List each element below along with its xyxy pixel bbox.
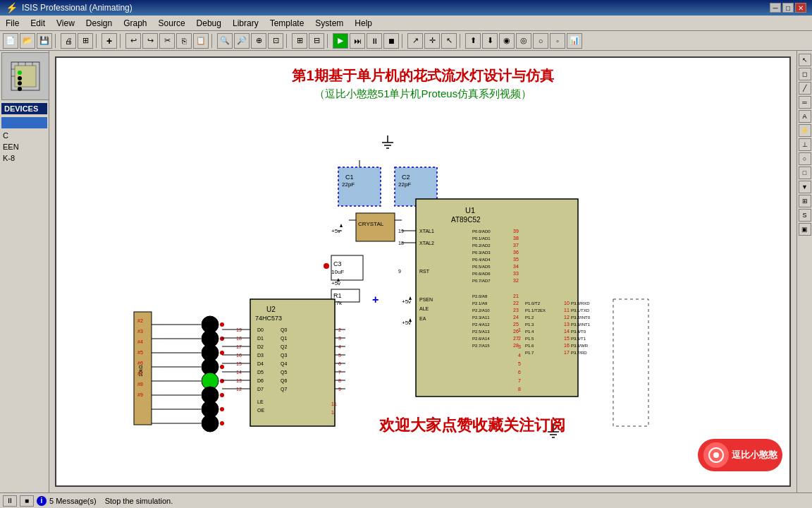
svg-point-7 (18, 81, 22, 85)
svg-marker-101 (340, 224, 343, 227)
svg-text:P3.0/RXD: P3.0/RXD (571, 301, 590, 306)
menu-item-design[interactable]: Design (80, 17, 118, 30)
rs-wire-button[interactable]: ╱ (799, 82, 811, 95)
select-button[interactable]: ↖ (441, 33, 457, 49)
minimize-button[interactable]: ─ (770, 3, 781, 13)
svg-text:1: 1 (518, 327, 521, 332)
step-button[interactable]: ⏭ (350, 33, 365, 49)
zoom-all-button[interactable]: ⊕ (251, 33, 266, 49)
marker1-button[interactable]: ◉ (499, 33, 515, 49)
rs-2d-button[interactable]: ▣ (799, 223, 811, 236)
device-item-een[interactable]: EEN (0, 141, 49, 152)
logo-text: 逗比小憨憨 (732, 449, 777, 461)
rs-tape-button[interactable]: ⊞ (799, 195, 811, 207)
stop-button[interactable]: ■ (20, 495, 34, 507)
rs-ground-button[interactable]: ⊥ (799, 138, 811, 151)
menu-item-debug[interactable]: Debug (191, 17, 227, 30)
redo-button[interactable]: ↪ (142, 33, 158, 49)
menu-item-file[interactable]: File (0, 17, 25, 30)
rs-label-button[interactable]: A (799, 110, 811, 123)
export-button[interactable]: ⬇ (482, 33, 498, 49)
copy-button[interactable]: ⎘ (176, 33, 192, 49)
svg-text:Q4: Q4 (281, 361, 287, 367)
run-button[interactable]: ▶ (333, 33, 348, 49)
menu-item-view[interactable]: View (51, 17, 80, 30)
menu-item-library[interactable]: Library (227, 17, 264, 30)
move-button[interactable]: ✛ (424, 33, 440, 49)
svg-text:Q7: Q7 (281, 387, 287, 392)
stop-sim-button[interactable]: ⏹ (383, 33, 399, 49)
svg-text:25: 25 (513, 322, 519, 327)
svg-text:22: 22 (513, 301, 519, 306)
svg-text:11: 11 (564, 308, 570, 313)
toolbar: 📄 📂 💾 🖨 ⊞ + ↩ ↪ ✂ ⎘ 📋 🔍 🔎 ⊕ ⊡ ⊞ ⊟ ▶ ⏭ ⏸ … (0, 31, 812, 51)
paste-button[interactable]: 📋 (193, 33, 209, 49)
menu-item-system[interactable]: System (309, 17, 349, 30)
toolbar-separator-8 (460, 34, 462, 48)
canvas-area[interactable]: 第1期基于单片机的花式流水灯设计与仿真 （逗比小憨憨51单片机Proteus仿真… (49, 51, 796, 492)
graph-button[interactable]: 📊 (567, 33, 582, 49)
svg-text:9: 9 (398, 269, 401, 274)
print-button[interactable]: 🖨 (61, 33, 76, 49)
device-selected-item[interactable] (1, 117, 47, 128)
rs-cursor-button[interactable]: ↖ (799, 54, 811, 66)
rs-terminal-button[interactable]: ○ (799, 152, 811, 165)
open-button[interactable]: 📂 (20, 33, 35, 49)
svg-text:17: 17 (564, 350, 570, 355)
zoom-out-button[interactable]: 🔎 (234, 33, 250, 49)
svg-text:10: 10 (564, 301, 570, 306)
toolbar-separator-7 (402, 34, 405, 48)
title-bar-controls[interactable]: ─ □ ✕ (770, 3, 806, 13)
menu-item-graph[interactable]: Graph (118, 17, 152, 30)
import-button[interactable]: ⬆ (465, 33, 481, 49)
title-bar-left: ⚡ ISIS Professional (Animating) (6, 2, 133, 13)
zoom-box-button[interactable]: ⊡ (268, 33, 283, 49)
svg-text:22pF: 22pF (398, 181, 411, 188)
welcome-text: 欢迎大家点赞收藏关注订阅 (197, 415, 747, 436)
grid-button[interactable]: ⊟ (309, 33, 324, 49)
svg-text:C1: C1 (345, 174, 354, 181)
pick-button[interactable]: ↗ (407, 33, 423, 49)
svg-point-183 (220, 407, 224, 411)
zoom-in-button[interactable]: 🔍 (217, 33, 233, 49)
device-item-c[interactable]: C (0, 130, 49, 141)
close-button[interactable]: ✕ (795, 3, 806, 13)
device-item-k8[interactable]: K-8 (0, 152, 49, 164)
svg-point-182 (220, 393, 224, 397)
rs-port-button[interactable]: □ (799, 167, 811, 179)
undo-button[interactable]: ↩ (125, 33, 141, 49)
snap-button[interactable]: ⊞ (292, 33, 307, 49)
svg-text:P3.7/RD: P3.7/RD (571, 351, 587, 355)
rs-power-button[interactable]: ⚡ (799, 124, 811, 137)
logo-badge: 逗比小憨憨 (698, 439, 782, 471)
pause-sim-button[interactable]: ⏸ (367, 33, 382, 49)
menu-item-template[interactable]: Template (264, 17, 310, 30)
marker2-button[interactable]: ◎ (516, 33, 531, 49)
svg-text:34: 34 (513, 264, 519, 269)
new-button[interactable]: 📄 (3, 33, 18, 49)
rs-bus-button[interactable]: ═ (799, 96, 811, 109)
rs-probe-button[interactable]: ▼ (799, 181, 811, 193)
add-component-button[interactable]: + (102, 33, 117, 49)
svg-point-179 (220, 351, 224, 355)
cut-button[interactable]: ✂ (159, 33, 175, 49)
svg-text:CRYSTAL: CRYSTAL (358, 221, 384, 227)
marker3-button[interactable]: ○ (533, 33, 548, 49)
save-button[interactable]: 💾 (37, 33, 52, 49)
menu-item-source[interactable]: Source (153, 17, 191, 30)
maximize-button[interactable]: □ (782, 3, 794, 13)
pause-button[interactable]: ⏸ (3, 495, 17, 507)
rs-component-button[interactable]: ◻ (799, 68, 811, 80)
toolbar-separator-6 (327, 34, 330, 48)
svg-text:P1.5: P1.5 (525, 337, 534, 341)
marker4-button[interactable]: ◦ (550, 33, 565, 49)
svg-text:7: 7 (518, 378, 521, 383)
rs-script-button[interactable]: S (799, 209, 811, 222)
menu-item-edit[interactable]: Edit (25, 17, 51, 30)
svg-text:5: 5 (518, 361, 521, 366)
menu-item-help[interactable]: Help (349, 17, 378, 30)
svg-text:D5: D5 (257, 370, 264, 375)
svg-text:36: 36 (513, 250, 519, 255)
svg-text:#5: #5 (137, 350, 143, 355)
area-button[interactable]: ⊞ (78, 33, 93, 49)
